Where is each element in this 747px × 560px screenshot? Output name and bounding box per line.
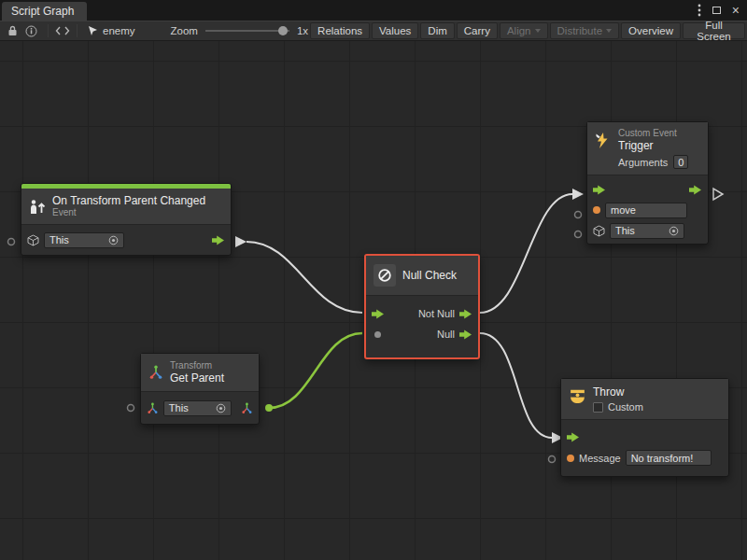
lock-icon[interactable] [7,25,18,36]
message-value: No transform! [631,453,694,464]
chevron-down-icon [535,29,541,33]
close-icon[interactable]: × [732,4,740,17]
value-port-icon[interactable] [128,405,134,412]
null-check-icon [374,264,396,287]
zoom-slider-handle[interactable] [278,26,288,35]
flow-output-port[interactable] [212,235,225,245]
wire-getparent-to-nullcheck[interactable] [269,333,362,408]
value-port-icon[interactable] [8,239,15,245]
overview-button[interactable]: Overview [621,22,681,39]
message-label: Message [579,453,621,464]
tab-script-graph[interactable]: Script Graph [2,2,87,21]
wire-start-arrow-icon [235,236,247,247]
wire-end-arrow-icon [572,189,584,200]
null-label: Null [437,329,455,340]
window-actions: × [698,0,740,21]
target-field[interactable]: This [44,232,124,248]
null-output-port[interactable] [459,329,472,340]
pointer-icon [88,25,98,36]
gameobject-icon [27,234,39,246]
align-button[interactable]: Align [500,22,548,39]
object-picker-icon[interactable] [669,226,679,236]
graph-reference[interactable]: enemy [88,25,135,36]
transform-icon [148,365,163,380]
value-port-icon[interactable] [575,231,582,238]
custom-checkbox[interactable] [593,402,603,413]
target-value: This [169,402,189,413]
string-input-port[interactable] [567,455,574,462]
node-null-check[interactable]: Null Check Not Null Null [364,254,480,359]
flow-input-port[interactable] [593,185,606,195]
not-null-output-port[interactable] [459,309,472,319]
node-get-parent[interactable]: Transform Get Parent This [140,353,260,425]
custom-event-icon [595,132,612,149]
node-title: Get Parent [170,371,224,385]
graph-name: enemy [103,25,135,36]
node-category: Custom Event [618,128,700,139]
transform-output-port[interactable] [241,402,253,414]
arguments-field[interactable]: 0 [673,155,688,169]
target-field[interactable]: This [163,400,232,416]
node-title: Null Check [402,269,457,282]
tab-title: Script Graph [11,5,74,18]
node-title: Throw [593,385,643,399]
flow-output-port[interactable] [689,185,702,195]
unconnected-output-arrow-icon[interactable] [713,189,723,200]
node-title: On Transform Parent Changed [52,194,205,207]
target-field[interactable]: This [610,223,684,239]
zoom-label: Zoom [171,25,198,36]
wire-nullcheck-to-trigger[interactable] [480,194,572,313]
wire-event-to-nullcheck[interactable] [247,242,362,313]
distribute-button[interactable]: Distribute [550,22,620,39]
toolbar-separator [77,24,78,37]
flow-input-port[interactable] [567,432,580,442]
info-icon[interactable] [25,25,37,37]
transform-input-icon[interactable] [147,402,159,414]
values-button[interactable]: Values [372,22,418,39]
tab-bar: Script Graph × [0,0,747,21]
string-input-port[interactable] [593,206,600,214]
toolbar-separator [48,24,49,37]
target-value: This [615,225,635,236]
dim-button[interactable]: Dim [420,22,454,39]
flow-input-port[interactable] [372,309,385,319]
node-category: Transform [170,360,224,371]
message-field[interactable]: No transform! [626,450,712,466]
object-picker-icon[interactable] [108,235,119,245]
event-name-value: move [611,204,636,216]
arguments-value: 0 [678,157,684,168]
node-trigger-custom-event[interactable]: Custom Event Trigger Arguments 0 [586,121,709,245]
code-icon[interactable] [55,26,70,35]
event-name-field[interactable]: move [605,203,687,218]
zoom-slider-track[interactable] [205,30,289,32]
value-input-port[interactable] [374,331,381,338]
custom-label: Custom [608,401,643,413]
full-screen-button[interactable]: Full Screen [683,22,745,39]
value-port-icon[interactable] [549,456,556,463]
node-subtitle: Event [52,207,205,218]
kebab-menu-icon[interactable] [698,4,701,17]
zoom-value: 1x [297,25,308,36]
maximize-icon[interactable] [712,7,721,14]
target-value: This [49,234,69,245]
not-null-label: Not Null [418,308,455,319]
align-label: Align [507,25,531,36]
distribute-label: Distribute [557,25,603,36]
object-picker-icon[interactable] [216,403,226,413]
graph-canvas[interactable]: On Transform Parent Changed Event This [0,41,747,560]
throw-icon [569,387,586,405]
carry-button[interactable]: Carry [457,22,498,39]
value-port-icon[interactable] [575,212,582,218]
node-on-transform-parent-changed[interactable]: On Transform Parent Changed Event This [21,183,232,256]
node-title: Trigger [618,139,700,152]
arguments-label: Arguments [618,157,668,168]
node-throw[interactable]: Throw Custom Message No transform! [560,378,729,477]
relations-button[interactable]: Relations [310,22,370,39]
wire-nullcheck-to-throw[interactable] [480,333,552,438]
gameobject-icon [593,225,605,237]
chevron-down-icon [606,29,612,33]
transform-parent-changed-icon [29,199,46,215]
zoom-slider[interactable] [205,25,289,36]
graph-toolbar: enemy Zoom 1x Relations Values Dim Carry… [0,21,747,41]
